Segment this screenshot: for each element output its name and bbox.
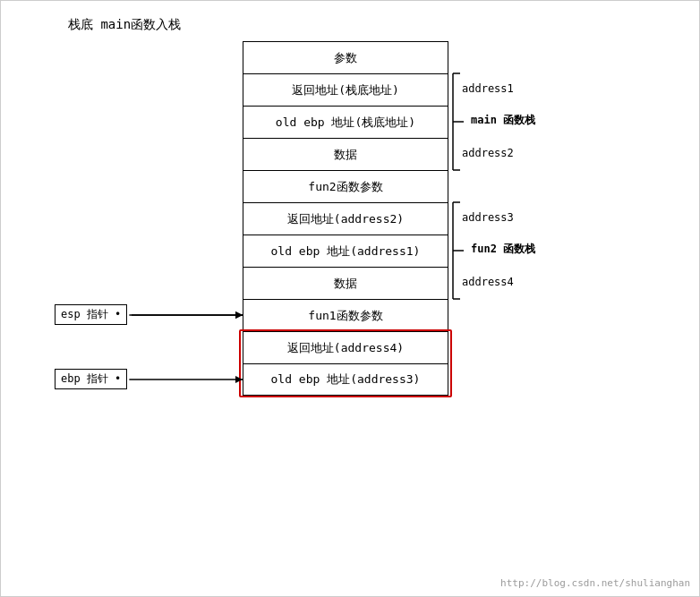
cell-10: old ebp 地址(address3) xyxy=(243,363,448,396)
diagram-container: 栈底 main函数入栈 参数返回地址(栈底地址)old ebp 地址(栈底地址)… xyxy=(0,0,700,597)
watermark: http://blog.csdn.net/shulianghan xyxy=(500,577,690,589)
cell-6: old ebp 地址(address1) xyxy=(243,235,448,267)
ebp-pointer-box: ebp 指针 • xyxy=(55,369,127,389)
address4-label: address4 xyxy=(462,276,514,288)
diagram-title: 栈底 main函数入栈 xyxy=(68,17,181,33)
main-stack-label: main 函数栈 xyxy=(471,113,535,128)
cell-2: old ebp 地址(栈底地址) xyxy=(243,106,448,138)
address3-label: address3 xyxy=(462,211,514,224)
esp-pointer-box: esp 指针 • xyxy=(55,304,127,325)
fun2-stack-label: fun2 函数栈 xyxy=(471,242,535,257)
stack-area: 参数返回地址(栈底地址)old ebp 地址(栈底地址)数据fun2函数参数返回… xyxy=(243,41,448,396)
address1-label: address1 xyxy=(462,82,514,95)
cell-1: 返回地址(栈底地址) xyxy=(243,73,448,106)
cell-9: 返回地址(address4) xyxy=(243,331,448,363)
cell-4: fun2函数参数 xyxy=(243,170,448,202)
cell-0: 参数 xyxy=(243,41,448,73)
cell-5: 返回地址(address2) xyxy=(243,202,448,235)
svg-marker-9 xyxy=(235,311,243,319)
svg-marker-13 xyxy=(235,376,243,383)
cell-8: fun1函数参数 xyxy=(243,299,448,331)
cell-7: 数据 xyxy=(243,267,448,299)
address2-label: address2 xyxy=(462,147,514,159)
cell-3: 数据 xyxy=(243,138,448,170)
svg-marker-11 xyxy=(235,311,243,319)
